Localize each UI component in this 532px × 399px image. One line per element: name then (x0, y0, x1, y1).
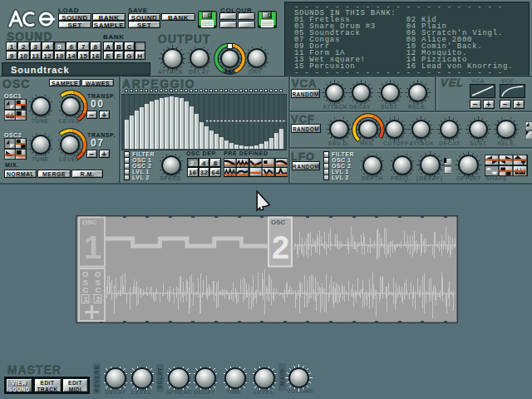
svg-text:C: C (96, 285, 101, 294)
svg-text:OSC: OSC (82, 219, 97, 226)
svg-text:C: C (83, 285, 89, 294)
svg-text:1: 1 (84, 294, 89, 303)
svg-text:1: 1 (84, 230, 101, 265)
svg-text:OSC: OSC (271, 219, 286, 226)
svg-text:2: 2 (96, 294, 101, 303)
svg-text:2: 2 (272, 230, 289, 265)
